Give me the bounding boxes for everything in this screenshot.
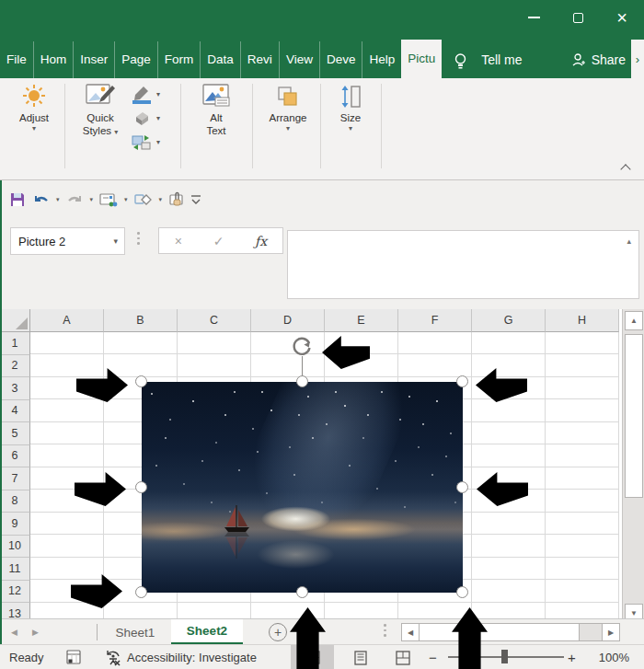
ribbon-tab[interactable]: Inser — [73, 41, 114, 78]
resize-handle-bottom-right[interactable] — [456, 586, 468, 598]
select-all-corner[interactable] — [0, 309, 30, 332]
contact-card-button[interactable] — [99, 192, 118, 208]
row-header[interactable]: 11 — [0, 558, 30, 581]
resize-handle-middle-left[interactable] — [135, 481, 147, 493]
rotate-handle[interactable] — [290, 334, 314, 358]
sheet-nav-left[interactable]: ◀ — [11, 628, 17, 637]
tabbar-resize-dots[interactable] — [384, 624, 386, 640]
row-header[interactable]: 6 — [0, 445, 30, 468]
arrange-button[interactable]: Arrange ▾ — [261, 82, 315, 133]
scroll-left-button[interactable]: ◀ — [402, 624, 420, 640]
picture-border-button[interactable]: ▾ — [131, 84, 175, 106]
column-header[interactable]: G — [472, 309, 546, 332]
column-header[interactable]: F — [398, 309, 472, 332]
resize-handle-middle-right[interactable] — [456, 481, 468, 493]
customize-qat-button[interactable] — [191, 194, 201, 205]
redo-chevron[interactable]: ▾ — [90, 196, 94, 203]
resize-handle-top-right[interactable] — [456, 375, 468, 387]
ribbon-tab[interactable]: Data — [200, 41, 240, 78]
formula-bar-collapse-chevron[interactable]: ▴ — [627, 236, 631, 246]
row-header[interactable]: 8 — [0, 490, 30, 513]
shapes-button[interactable] — [134, 192, 153, 208]
selected-picture[interactable] — [142, 382, 463, 593]
quick-styles-button[interactable]: Quick Styles ▾ — [72, 82, 129, 137]
row-header[interactable]: 13 — [0, 603, 30, 618]
undo-chevron[interactable]: ▾ — [56, 196, 60, 203]
row-header[interactable]: 4 — [0, 400, 30, 423]
undo-button[interactable] — [32, 192, 50, 207]
name-box-resize-dots[interactable] — [137, 232, 140, 250]
row-header[interactable]: 1 — [0, 332, 30, 355]
touch-mode-button[interactable] — [168, 191, 185, 208]
ribbon-tab[interactable]: Page — [114, 41, 157, 78]
row-header[interactable]: 2 — [0, 355, 30, 378]
formula-bar-input[interactable]: ▴ — [287, 230, 639, 299]
cancel-button[interactable]: × — [175, 234, 182, 248]
ribbon-tab[interactable]: Hom — [33, 41, 74, 78]
zoom-level[interactable]: 100% — [585, 651, 629, 664]
save-button[interactable] — [9, 191, 26, 208]
maximize-button[interactable] — [556, 0, 600, 35]
column-header[interactable]: H — [546, 309, 619, 332]
scroll-up-button[interactable]: ▲ — [625, 311, 643, 330]
view-page-break-button[interactable] — [389, 645, 417, 669]
tell-me[interactable]: Tell me — [472, 41, 531, 78]
row-header[interactable]: 12 — [0, 581, 30, 604]
row-header[interactable]: 7 — [0, 467, 30, 490]
contact-card-chevron[interactable]: ▾ — [124, 196, 128, 203]
vertical-scrollbar[interactable]: ▲ ▼ — [622, 309, 644, 626]
view-page-layout-button[interactable] — [347, 645, 374, 669]
resize-handle-top-center[interactable] — [296, 375, 308, 387]
collapse-ribbon-chevron[interactable] — [620, 164, 630, 174]
column-header[interactable]: E — [325, 309, 398, 332]
size-button[interactable]: Size ▾ — [328, 82, 374, 133]
sheet-nav-right[interactable]: ▶ — [32, 628, 39, 637]
redo-button[interactable] — [66, 192, 84, 207]
column-header[interactable]: A — [30, 309, 104, 332]
picture-layout-button[interactable]: ▾ — [131, 132, 175, 154]
resize-handle-bottom-left[interactable] — [135, 586, 147, 598]
row-header[interactable]: 9 — [0, 513, 30, 536]
accessibility-status[interactable]: Accessibility: Investigate — [127, 651, 257, 664]
ribbon-tab[interactable]: View — [279, 41, 319, 78]
horizontal-scroll-track[interactable] — [580, 624, 602, 640]
column-header[interactable]: B — [104, 309, 178, 332]
sheet-tab[interactable]: Sheet2 — [171, 619, 243, 645]
zoom-out-button[interactable]: − — [429, 650, 437, 665]
row-header[interactable]: 10 — [0, 536, 30, 559]
sheet-tab[interactable]: Sheet1 — [99, 619, 171, 645]
row-header[interactable]: 5 — [0, 422, 30, 445]
horizontal-scrollbar[interactable]: ◀ ▶ — [401, 623, 620, 641]
column-header[interactable]: C — [178, 309, 251, 332]
ribbon-tab[interactable]: Help — [362, 41, 401, 78]
ribbon-tab[interactable]: File — [0, 41, 33, 78]
horizontal-scroll-thumb[interactable] — [420, 624, 580, 640]
resize-handle-top-left[interactable] — [135, 375, 147, 387]
ribbon-tab[interactable]: Pictu — [401, 40, 442, 78]
column-header[interactable]: D — [251, 309, 325, 332]
record-macro-icon[interactable] — [66, 650, 82, 665]
ribbon-tab[interactable]: Deve — [319, 41, 362, 78]
name-box-dropdown-chevron[interactable]: ▾ — [113, 236, 124, 246]
insert-function-button[interactable]: ƒx — [255, 234, 267, 248]
column-headers: ABCDEFGH — [30, 309, 619, 332]
vertical-scroll-thumb[interactable] — [625, 334, 643, 498]
zoom-slider-thumb[interactable] — [501, 650, 508, 663]
close-button[interactable]: × — [600, 0, 644, 35]
zoom-in-button[interactable]: + — [568, 650, 576, 665]
minimize-button[interactable] — [512, 0, 556, 35]
accessibility-checker-icon[interactable] — [104, 649, 122, 666]
row-header[interactable]: 3 — [0, 377, 30, 400]
new-sheet-button[interactable]: + — [269, 623, 287, 641]
name-box[interactable]: Picture 2 ▾ — [10, 227, 125, 255]
scroll-right-button[interactable]: ▶ — [602, 624, 619, 640]
adjust-button[interactable]: Adjust ▾ — [7, 82, 61, 133]
ribbon-tab[interactable]: Revi — [240, 41, 279, 78]
ribbon-tab[interactable]: Form — [157, 41, 201, 78]
enter-button[interactable]: ✓ — [213, 234, 224, 248]
alt-text-button[interactable]: Alt Text — [190, 82, 243, 137]
ribbon-overflow-chevron[interactable]: › — [631, 40, 644, 78]
resize-handle-bottom-center[interactable] — [296, 586, 308, 598]
picture-effects-button[interactable]: ▾ — [131, 108, 175, 130]
shapes-chevron[interactable]: ▾ — [159, 196, 163, 203]
